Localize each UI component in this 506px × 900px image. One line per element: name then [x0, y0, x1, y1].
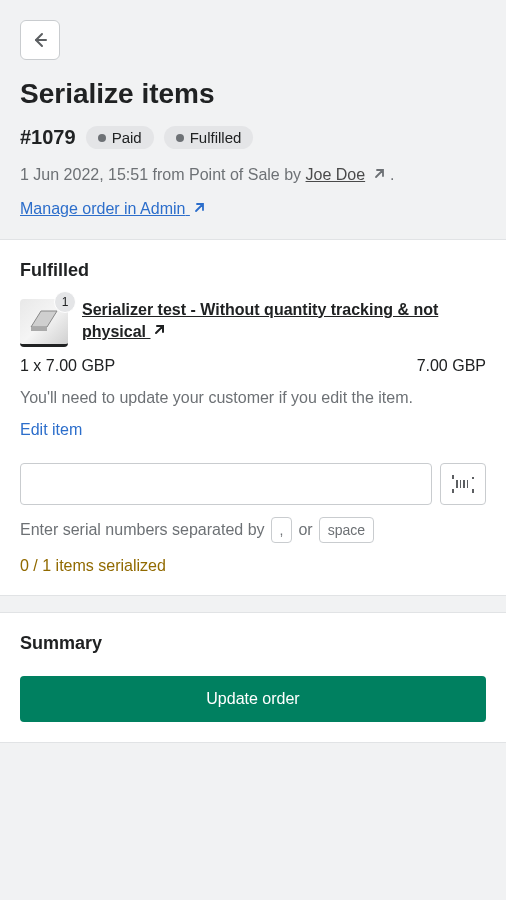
page-title: Serialize items: [20, 78, 486, 110]
external-link-icon: [192, 201, 206, 219]
manage-order-link[interactable]: Manage order in Admin: [20, 200, 206, 217]
external-link-icon: [152, 321, 166, 343]
kbd-comma: ,: [271, 517, 293, 543]
svg-rect-3: [467, 480, 468, 488]
summary-heading: Summary: [20, 633, 486, 654]
arrow-left-icon: [30, 30, 50, 50]
fulfilled-heading: Fulfilled: [20, 260, 486, 281]
fulfilled-card: Fulfilled 1 Serializer test - Without qu…: [0, 239, 506, 596]
qty-badge: 1: [54, 291, 76, 313]
qty-price: 1 x 7.00 GBP: [20, 357, 115, 375]
author-link[interactable]: Joe Doe: [306, 166, 366, 183]
scan-button[interactable]: [440, 463, 486, 505]
order-date: 1 Jun 2022, 15:51: [20, 166, 153, 183]
kbd-space: space: [319, 517, 374, 543]
update-order-button[interactable]: Update order: [20, 676, 486, 722]
barcode-icon: [452, 475, 474, 493]
serialized-count: 0 / 1 items serialized: [20, 557, 486, 575]
order-meta-row: #1079 Paid Fulfilled: [20, 126, 486, 149]
edit-helper-text: You'll need to update your customer if y…: [20, 389, 486, 407]
svg-rect-2: [463, 480, 465, 488]
order-source-line: 1 Jun 2022, 15:51 from Point of Sale by …: [20, 163, 486, 188]
serial-number-input[interactable]: [20, 463, 432, 505]
price-row: 1 x 7.00 GBP 7.00 GBP: [20, 357, 486, 375]
status-badge-fulfilled: Fulfilled: [164, 126, 254, 149]
line-item-row: 1 Serializer test - Without quantity tra…: [20, 299, 486, 347]
product-thumbnail: 1: [20, 299, 68, 347]
order-number: #1079: [20, 126, 76, 149]
serial-hint: Enter serial numbers separated by , or s…: [20, 517, 486, 543]
summary-card: Summary Update order: [0, 612, 506, 743]
edit-item-link[interactable]: Edit item: [20, 421, 82, 439]
line-total: 7.00 GBP: [417, 357, 486, 375]
back-button[interactable]: [20, 20, 60, 60]
external-link-icon: [372, 164, 386, 188]
svg-rect-1: [460, 480, 461, 488]
product-name-link[interactable]: Serializer test - Without quantity track…: [82, 301, 438, 340]
status-badge-paid: Paid: [86, 126, 154, 149]
order-source: from Point of Sale by: [153, 166, 306, 183]
svg-rect-0: [456, 480, 458, 488]
